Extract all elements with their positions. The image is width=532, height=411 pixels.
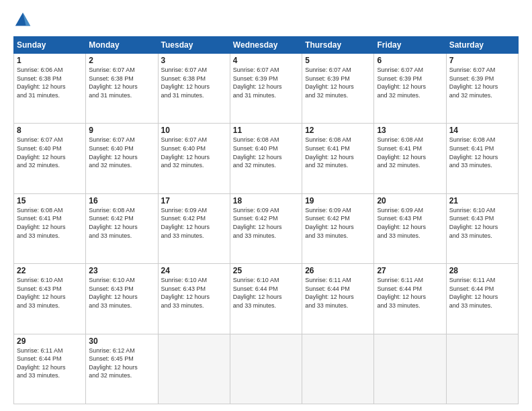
day-info: Sunrise: 6:11 AM Sunset: 6:44 PM Dayligh… [17, 347, 83, 380]
day-cell [446, 334, 518, 404]
day-number: 22 [17, 266, 83, 275]
calendar-page: SundayMondayTuesdayWednesdayThursdayFrid… [0, 0, 532, 411]
day-number: 8 [17, 126, 83, 135]
weekday-header-monday: Monday [86, 37, 158, 54]
day-cell: 3Sunrise: 6:07 AM Sunset: 6:38 PM Daylig… [158, 54, 230, 124]
weekday-header-sunday: Sunday [14, 37, 86, 54]
day-cell: 9Sunrise: 6:07 AM Sunset: 6:40 PM Daylig… [86, 124, 158, 193]
weekday-header-tuesday: Tuesday [158, 37, 230, 54]
day-number: 29 [17, 336, 83, 346]
weekday-header-row: SundayMondayTuesdayWednesdayThursdayFrid… [14, 37, 519, 54]
day-cell: 7Sunrise: 6:07 AM Sunset: 6:39 PM Daylig… [446, 54, 518, 124]
week-row-5: 29Sunrise: 6:11 AM Sunset: 6:44 PM Dayli… [14, 334, 519, 404]
day-cell: 29Sunrise: 6:11 AM Sunset: 6:44 PM Dayli… [14, 334, 86, 404]
day-number: 26 [305, 266, 371, 275]
day-cell [158, 334, 230, 404]
day-cell: 24Sunrise: 6:10 AM Sunset: 6:43 PM Dayli… [158, 264, 230, 334]
day-number: 30 [89, 336, 154, 346]
day-cell: 21Sunrise: 6:10 AM Sunset: 6:43 PM Dayli… [446, 193, 518, 263]
day-cell: 10Sunrise: 6:07 AM Sunset: 6:40 PM Dayli… [158, 124, 230, 193]
day-info: Sunrise: 6:07 AM Sunset: 6:39 PM Dayligh… [449, 66, 515, 99]
day-number: 14 [449, 126, 515, 135]
day-cell: 5Sunrise: 6:07 AM Sunset: 6:39 PM Daylig… [302, 54, 374, 124]
day-info: Sunrise: 6:08 AM Sunset: 6:41 PM Dayligh… [17, 206, 83, 240]
day-info: Sunrise: 6:09 AM Sunset: 6:42 PM Dayligh… [233, 206, 299, 240]
day-info: Sunrise: 6:08 AM Sunset: 6:40 PM Dayligh… [233, 136, 299, 169]
day-info: Sunrise: 6:10 AM Sunset: 6:43 PM Dayligh… [89, 276, 154, 310]
day-info: Sunrise: 6:07 AM Sunset: 6:39 PM Dayligh… [233, 66, 299, 99]
day-info: Sunrise: 6:07 AM Sunset: 6:40 PM Dayligh… [17, 136, 83, 169]
day-info: Sunrise: 6:10 AM Sunset: 6:43 PM Dayligh… [449, 206, 515, 240]
day-cell: 18Sunrise: 6:09 AM Sunset: 6:42 PM Dayli… [230, 193, 302, 263]
day-cell: 8Sunrise: 6:07 AM Sunset: 6:40 PM Daylig… [14, 124, 86, 193]
day-info: Sunrise: 6:09 AM Sunset: 6:42 PM Dayligh… [161, 206, 227, 240]
day-cell: 16Sunrise: 6:08 AM Sunset: 6:42 PM Dayli… [86, 193, 158, 263]
day-cell [230, 334, 302, 404]
day-cell: 13Sunrise: 6:08 AM Sunset: 6:41 PM Dayli… [374, 124, 446, 193]
day-info: Sunrise: 6:11 AM Sunset: 6:44 PM Dayligh… [305, 276, 371, 310]
week-row-3: 15Sunrise: 6:08 AM Sunset: 6:41 PM Dayli… [14, 193, 519, 263]
calendar-table: SundayMondayTuesdayWednesdayThursdayFrid… [13, 36, 519, 404]
week-row-2: 8Sunrise: 6:07 AM Sunset: 6:40 PM Daylig… [14, 124, 519, 193]
day-number: 20 [377, 196, 443, 205]
day-number: 23 [89, 266, 154, 275]
day-cell: 17Sunrise: 6:09 AM Sunset: 6:42 PM Dayli… [158, 193, 230, 263]
day-info: Sunrise: 6:09 AM Sunset: 6:42 PM Dayligh… [305, 206, 371, 240]
day-number: 19 [305, 196, 371, 205]
day-info: Sunrise: 6:10 AM Sunset: 6:43 PM Dayligh… [17, 276, 83, 310]
day-info: Sunrise: 6:11 AM Sunset: 6:44 PM Dayligh… [449, 276, 515, 310]
day-cell: 27Sunrise: 6:11 AM Sunset: 6:44 PM Dayli… [374, 264, 446, 334]
day-info: Sunrise: 6:07 AM Sunset: 6:39 PM Dayligh… [305, 66, 371, 99]
day-number: 24 [161, 266, 227, 275]
day-number: 11 [233, 126, 299, 135]
weekday-header-thursday: Thursday [302, 37, 374, 54]
day-cell: 25Sunrise: 6:10 AM Sunset: 6:44 PM Dayli… [230, 264, 302, 334]
day-info: Sunrise: 6:07 AM Sunset: 6:38 PM Dayligh… [161, 66, 227, 99]
day-info: Sunrise: 6:12 AM Sunset: 6:45 PM Dayligh… [89, 347, 154, 380]
day-info: Sunrise: 6:11 AM Sunset: 6:44 PM Dayligh… [377, 276, 443, 310]
day-cell: 6Sunrise: 6:07 AM Sunset: 6:39 PM Daylig… [374, 54, 446, 124]
day-cell [302, 334, 374, 404]
day-info: Sunrise: 6:07 AM Sunset: 6:40 PM Dayligh… [89, 136, 154, 169]
day-info: Sunrise: 6:07 AM Sunset: 6:39 PM Dayligh… [377, 66, 443, 99]
day-cell [374, 334, 446, 404]
day-number: 2 [89, 56, 154, 65]
day-cell: 28Sunrise: 6:11 AM Sunset: 6:44 PM Dayli… [446, 264, 518, 334]
day-info: Sunrise: 6:10 AM Sunset: 6:43 PM Dayligh… [161, 276, 227, 310]
weekday-header-wednesday: Wednesday [230, 37, 302, 54]
day-info: Sunrise: 6:10 AM Sunset: 6:44 PM Dayligh… [233, 276, 299, 310]
day-number: 4 [233, 56, 299, 65]
day-info: Sunrise: 6:08 AM Sunset: 6:41 PM Dayligh… [377, 136, 443, 169]
day-number: 6 [377, 56, 443, 65]
day-number: 17 [161, 196, 227, 205]
day-number: 28 [449, 266, 515, 275]
day-info: Sunrise: 6:09 AM Sunset: 6:43 PM Dayligh… [377, 206, 443, 240]
day-cell: 12Sunrise: 6:08 AM Sunset: 6:41 PM Dayli… [302, 124, 374, 193]
day-cell: 1Sunrise: 6:06 AM Sunset: 6:38 PM Daylig… [14, 54, 86, 124]
day-number: 18 [233, 196, 299, 205]
day-cell: 20Sunrise: 6:09 AM Sunset: 6:43 PM Dayli… [374, 193, 446, 263]
day-cell: 26Sunrise: 6:11 AM Sunset: 6:44 PM Dayli… [302, 264, 374, 334]
day-info: Sunrise: 6:08 AM Sunset: 6:42 PM Dayligh… [89, 206, 154, 240]
day-info: Sunrise: 6:08 AM Sunset: 6:41 PM Dayligh… [449, 136, 515, 169]
day-number: 15 [17, 196, 83, 205]
logo-icon [13, 11, 32, 30]
day-number: 1 [17, 56, 83, 65]
weekday-header-friday: Friday [374, 37, 446, 54]
day-cell: 23Sunrise: 6:10 AM Sunset: 6:43 PM Dayli… [86, 264, 158, 334]
day-cell: 22Sunrise: 6:10 AM Sunset: 6:43 PM Dayli… [14, 264, 86, 334]
day-number: 5 [305, 56, 371, 65]
day-info: Sunrise: 6:07 AM Sunset: 6:40 PM Dayligh… [161, 136, 227, 169]
week-row-1: 1Sunrise: 6:06 AM Sunset: 6:38 PM Daylig… [14, 54, 519, 124]
week-row-4: 22Sunrise: 6:10 AM Sunset: 6:43 PM Dayli… [14, 264, 519, 334]
day-number: 9 [89, 126, 154, 135]
day-number: 25 [233, 266, 299, 275]
day-cell: 2Sunrise: 6:07 AM Sunset: 6:38 PM Daylig… [86, 54, 158, 124]
day-number: 16 [89, 196, 154, 205]
day-cell: 11Sunrise: 6:08 AM Sunset: 6:40 PM Dayli… [230, 124, 302, 193]
day-info: Sunrise: 6:07 AM Sunset: 6:38 PM Dayligh… [89, 66, 154, 99]
weekday-header-saturday: Saturday [446, 37, 518, 54]
day-info: Sunrise: 6:06 AM Sunset: 6:38 PM Dayligh… [17, 66, 83, 99]
day-cell: 15Sunrise: 6:08 AM Sunset: 6:41 PM Dayli… [14, 193, 86, 263]
day-number: 13 [377, 126, 443, 135]
